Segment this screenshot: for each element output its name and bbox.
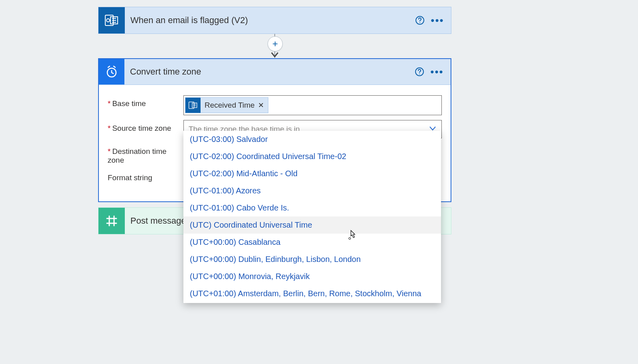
trigger-title: When an email is flagged (V2)	[125, 15, 411, 26]
svg-point-5	[106, 19, 110, 22]
add-step-button[interactable]: +	[268, 36, 283, 51]
clock-icon	[99, 59, 124, 85]
outlook-icon	[185, 98, 201, 113]
timezone-option[interactable]: (UTC) Coordinated Universal Time	[183, 216, 441, 234]
more-icon[interactable]: •••	[428, 66, 451, 78]
received-time-token[interactable]: Received Time ✕	[185, 97, 268, 113]
dest-tz-label: *Destination time zone	[108, 143, 183, 165]
timezone-option[interactable]: (UTC-01:00) Cabo Verde Is.	[183, 199, 441, 216]
timezone-option[interactable]: (UTC+01:00) Amsterdam, Berlin, Bern, Rom…	[183, 285, 441, 302]
more-icon[interactable]: •••	[429, 14, 451, 27]
help-icon[interactable]	[411, 16, 429, 25]
trigger-card[interactable]: When an email is flagged (V2) •••	[98, 7, 451, 34]
action-title: Convert time zone	[124, 67, 411, 77]
timezone-option[interactable]: (UTC-02:00) Coordinated Universal Time-0…	[183, 148, 441, 165]
format-string-label: Format string	[108, 169, 183, 182]
timezone-option[interactable]: (UTC-01:00) Azores	[183, 182, 441, 199]
action-header[interactable]: Convert time zone •••	[99, 59, 451, 85]
token-label: Received Time	[205, 101, 255, 110]
timezone-option[interactable]: (UTC-02:00) Mid-Atlantic - Old	[183, 165, 441, 182]
svg-point-10	[419, 74, 420, 75]
base-time-input[interactable]: Received Time ✕	[183, 95, 442, 115]
source-tz-label: *Source time zone	[108, 120, 183, 133]
source-tz-options-list[interactable]: (UTC-03:00) Salvador(UTC-02:00) Coordina…	[183, 131, 441, 303]
svg-rect-12	[192, 103, 197, 108]
remove-token-icon[interactable]: ✕	[258, 101, 264, 110]
timezone-option[interactable]: (UTC+00:00) Dublin, Edinburgh, Lisbon, L…	[183, 251, 441, 268]
timezone-option[interactable]: (UTC+00:00) Casablanca	[183, 234, 441, 251]
slack-icon	[98, 208, 125, 234]
base-time-label: *Base time	[108, 95, 183, 108]
svg-point-7	[419, 22, 420, 23]
outlook-icon	[98, 7, 125, 33]
timezone-option[interactable]: (UTC-03:00) Salvador	[183, 131, 441, 148]
help-icon[interactable]	[411, 67, 428, 77]
timezone-option[interactable]: (UTC+00:00) Monrovia, Reykjavik	[183, 268, 441, 285]
